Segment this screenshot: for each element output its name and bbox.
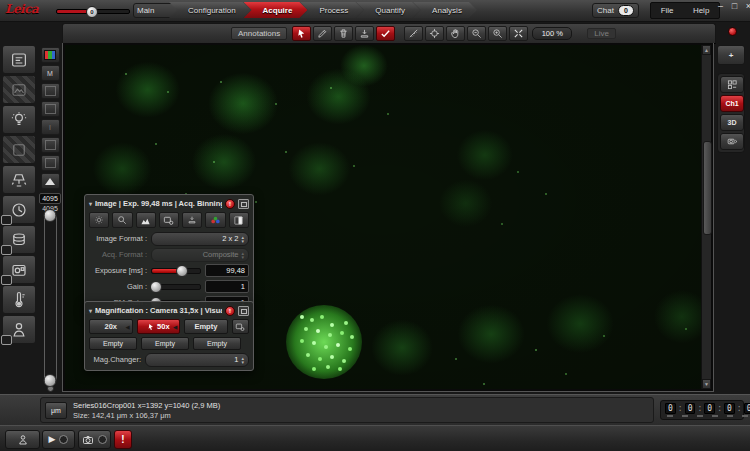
illumination-button[interactable] — [2, 165, 36, 194]
undock-panel-icon[interactable] — [238, 306, 249, 316]
scroll-down-icon: ▼ — [704, 381, 709, 387]
maximize-button[interactable]: □ — [730, 1, 739, 11]
tab-quantify[interactable]: Quantify — [356, 2, 420, 18]
tab-configuration[interactable]: Configuration — [169, 2, 251, 18]
exposure-slider-knob[interactable] — [176, 265, 188, 277]
annotation-arrow-tool-button[interactable] — [292, 26, 311, 41]
magnification-empty-2-button[interactable]: Empty — [89, 337, 137, 350]
chat-button[interactable]: Chat 0 — [592, 3, 639, 18]
histogram-view-button[interactable] — [136, 212, 156, 228]
lamp-icon — [10, 171, 28, 189]
minimize-button[interactable]: – — [716, 1, 725, 11]
intensity-slider[interactable]: 0 — [56, 9, 130, 14]
image-panel-header[interactable]: ▾ Image | Exp. 99,48 ms | Acq. Binning :… — [89, 198, 249, 209]
pan-tool-button[interactable] — [446, 26, 465, 41]
range-slider-lower-knob[interactable] — [44, 374, 57, 387]
experiment-tree-button[interactable] — [2, 45, 36, 74]
snapshot-export-button[interactable] — [720, 133, 744, 150]
stage-button[interactable] — [2, 255, 36, 284]
magnification-panel-header[interactable]: ▾ Magnification : Camera 31,5x | Visual … — [89, 305, 249, 316]
magnification-20x-button[interactable]: 20x ◀ — [89, 319, 133, 334]
collapse-icon[interactable]: ▾ — [89, 307, 92, 314]
histogram-button[interactable] — [41, 173, 60, 189]
flatten-button[interactable] — [182, 212, 202, 228]
view-3d-button[interactable]: 3D — [720, 114, 744, 131]
magnify-settings-button[interactable] — [112, 212, 132, 228]
gain-slider-knob[interactable] — [150, 281, 162, 293]
z-stack-button[interactable] — [2, 225, 36, 254]
measure-tool-button[interactable] — [404, 26, 423, 41]
magnification-50x-button[interactable]: 50x ◀ — [137, 319, 181, 334]
annotation-draw-tool-button[interactable] — [313, 26, 332, 41]
annotations-label[interactable]: Annotations — [231, 27, 287, 40]
intensity-range-slider[interactable] — [44, 213, 57, 383]
collapse-icon[interactable]: ▾ — [89, 200, 92, 207]
image-options-button[interactable] — [159, 212, 179, 228]
zoom-level-value[interactable]: 100 % — [532, 27, 572, 40]
spinner-icon[interactable]: ▴▾ — [241, 356, 244, 364]
scroll-up-arrow[interactable]: ▲ — [702, 45, 711, 55]
display-tool-2-button[interactable] — [41, 101, 60, 117]
display-tool-5-button[interactable] — [41, 155, 60, 171]
image-format-label: Image Format : — [89, 234, 147, 243]
scroll-down-arrow[interactable]: ▼ — [702, 379, 711, 389]
zoom-in-button[interactable] — [488, 26, 507, 41]
binning-mode-button[interactable]: M — [41, 65, 60, 81]
center-tool-button[interactable] — [425, 26, 444, 41]
close-button[interactable]: × — [744, 1, 750, 11]
user-load-button[interactable] — [2, 315, 36, 344]
exposure-value[interactable]: 99,48 — [205, 264, 249, 277]
scrollbar-thumb[interactable] — [703, 141, 712, 235]
tile-view-button[interactable] — [720, 76, 744, 93]
user-load-checkbox[interactable] — [1, 335, 12, 345]
tab-process[interactable]: Process — [300, 2, 363, 18]
smart-assistant-button[interactable] — [2, 105, 36, 134]
stop-alert-button[interactable]: ! — [114, 430, 132, 449]
capture-button[interactable] — [78, 430, 111, 449]
magnification-empty-1-button[interactable]: Empty — [184, 319, 228, 334]
right-sidebar: + Ch1 3D — [717, 45, 745, 153]
viewport-scrollbar[interactable]: ▲ ▼ — [701, 45, 711, 389]
channel-1-button[interactable]: Ch1 — [720, 95, 744, 112]
tab-analysis[interactable]: Analysis — [413, 2, 477, 18]
zoom-out-button[interactable] — [467, 26, 486, 41]
spinner-down-icon[interactable]: ▾ — [241, 360, 244, 364]
channel-colors-button[interactable] — [205, 212, 225, 228]
add-view-button[interactable]: + — [717, 45, 745, 65]
intensity-slider-knob[interactable]: 0 — [86, 6, 98, 18]
spinner-icon[interactable]: ▴▾ — [241, 235, 244, 243]
help-menu[interactable]: Help — [691, 6, 711, 15]
text-tool-icon: I — [49, 124, 51, 131]
timer-checkbox[interactable] — [1, 215, 12, 225]
gain-value[interactable]: 1 — [205, 280, 249, 293]
gain-slider[interactable] — [151, 284, 201, 290]
mag-changer-select[interactable]: 1 ▴▾ — [145, 353, 249, 367]
temperature-button[interactable] — [2, 285, 36, 314]
camera-settings-button[interactable] — [89, 212, 109, 228]
magnification-empty-4-button[interactable]: Empty — [193, 337, 241, 350]
image-format-select[interactable]: 2 x 2 ▴▾ — [151, 232, 249, 246]
undock-panel-icon[interactable] — [238, 199, 249, 209]
apply-annotations-button[interactable] — [376, 26, 395, 41]
display-tool-3-button[interactable]: I — [41, 119, 60, 135]
display-tool-1-button[interactable] — [41, 83, 60, 99]
flatten-annotations-button[interactable] — [355, 26, 374, 41]
timer-button[interactable] — [2, 195, 36, 224]
spinner-down-icon[interactable]: ▾ — [241, 239, 244, 243]
delete-annotation-button[interactable] — [334, 26, 353, 41]
z-stack-checkbox[interactable] — [1, 245, 12, 255]
live-play-button[interactable]: ▶ — [42, 430, 75, 449]
display-tool-4-button[interactable] — [41, 137, 60, 153]
user-button[interactable] — [5, 430, 40, 449]
unit-um-button[interactable]: μm — [45, 402, 67, 419]
objective-settings-button[interactable] — [232, 319, 249, 334]
stage-checkbox[interactable] — [1, 275, 12, 285]
contrast-button[interactable] — [229, 212, 249, 228]
exposure-slider[interactable] — [151, 268, 201, 274]
magnification-empty-3-button[interactable]: Empty — [141, 337, 189, 350]
range-slider-upper-knob[interactable] — [44, 209, 57, 222]
lut-color-button[interactable] — [41, 47, 60, 63]
file-menu[interactable]: File — [659, 6, 676, 15]
fit-to-screen-button[interactable] — [509, 26, 528, 41]
tab-acquire[interactable]: Acquire — [244, 2, 308, 18]
